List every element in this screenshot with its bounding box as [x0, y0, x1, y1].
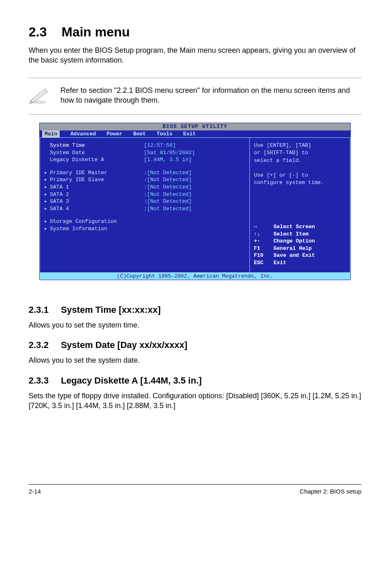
- tab-boot[interactable]: Boot: [133, 130, 146, 138]
- value-pim: :[Not Detected]: [144, 169, 192, 177]
- value-pis: :[Not Detected]: [144, 176, 192, 184]
- label-sata2: SATA 2: [50, 191, 144, 198]
- tab-exit[interactable]: Exit: [183, 130, 196, 138]
- section-number: 2.3: [29, 25, 47, 39]
- label-sata4: SATA 4: [50, 205, 144, 213]
- key-lr: ↔: [254, 223, 273, 231]
- page-footer: 2-14 Chapter 2: BIOS setup: [29, 484, 361, 495]
- label-legacy-diskette: Legacy Diskette A: [50, 156, 144, 164]
- subheading-1: 2.3.1System Time [xx:xx:xx]: [29, 305, 361, 315]
- bios-left-pane: System Time[12:57:58] System Date[Sat 01…: [40, 137, 249, 272]
- key-ud-desc: Select Item: [273, 231, 346, 238]
- triangle-icon: ▸: [44, 225, 50, 233]
- value-sata3: :[Not Detected]: [144, 198, 192, 205]
- triangle-icon: ▸: [44, 218, 50, 225]
- subheading-2: 2.3.2System Date [Day xx/xx/xxxx]: [29, 340, 361, 350]
- label-sata3: SATA 3: [50, 198, 144, 205]
- key-esc-desc: Exit: [273, 259, 346, 267]
- bios-screenshot: BIOS SETUP UTILITY MainAdvancedPowerBoot…: [39, 123, 351, 280]
- key-esc: ESC: [254, 259, 273, 267]
- key-f10-desc: Save and Exit: [273, 252, 346, 259]
- bios-key-legend: ↔Select Screen ↑↓Select Item +-Change Op…: [254, 223, 346, 266]
- key-ud: ↑↓: [254, 231, 273, 238]
- value-system-date: [Sat 01/05/2002]: [144, 149, 195, 157]
- bios-copyright: (C)Copyright 1985-2002, American Megatre…: [40, 273, 350, 280]
- row-legacy-diskette[interactable]: Legacy Diskette A[1.44M, 3.5 in]: [44, 156, 245, 164]
- sub2-title: System Date [Day xx/xx/xxxx]: [61, 340, 187, 350]
- key-pm: +-: [254, 238, 273, 245]
- bios-menu-tabs: MainAdvancedPowerBootToolsExit: [40, 130, 350, 138]
- tab-tools[interactable]: Tools: [157, 130, 173, 138]
- label-storage-config: Storage Configuration: [50, 218, 144, 225]
- section-title-text: Main menu: [61, 25, 130, 39]
- sub1-text: Allows you to set the system time.: [29, 320, 361, 330]
- row-system-time[interactable]: System Time[12:57:58]: [44, 142, 245, 149]
- tab-advanced[interactable]: Advanced: [70, 130, 96, 138]
- value-legacy-diskette: [1.44M, 3.5 in]: [144, 156, 192, 164]
- row-sata4[interactable]: ▸SATA 4:[Not Detected]: [44, 205, 245, 213]
- triangle-icon: ▸: [44, 176, 50, 184]
- note-text: Refer to section "2.2.1 BIOS menu screen…: [61, 85, 361, 105]
- intro-text: When you enter the BIOS Setup program, t…: [29, 45, 361, 65]
- sub1-title: System Time [xx:xx:xx]: [61, 305, 161, 315]
- label-system-info: System Information: [50, 225, 144, 233]
- sub3-text: Sets the type of floppy drive installed.…: [29, 391, 361, 411]
- row-sata2[interactable]: ▸SATA 2:[Not Detected]: [44, 191, 245, 198]
- row-system-info[interactable]: ▸System Information: [44, 225, 245, 233]
- triangle-icon: ▸: [44, 184, 50, 191]
- row-sata3[interactable]: ▸SATA 3:[Not Detected]: [44, 198, 245, 205]
- key-f10: F10: [254, 252, 273, 259]
- bios-help-pane: Use [ENTER], [TAB] or [SHIFT-TAB] to sel…: [249, 137, 350, 272]
- row-sata1[interactable]: ▸SATA 1:[Not Detected]: [44, 184, 245, 191]
- triangle-icon: ▸: [44, 205, 50, 213]
- sub3-number: 2.3.3: [29, 375, 49, 386]
- subheading-3: 2.3.3Legacy Diskette A [1.44M, 3.5 in.]: [29, 375, 361, 386]
- row-primary-ide-master[interactable]: ▸Primary IDE Master:[Not Detected]: [44, 169, 245, 177]
- label-system-time: System Time: [50, 142, 144, 149]
- sub2-number: 2.3.2: [29, 340, 49, 350]
- tab-power[interactable]: Power: [107, 130, 123, 138]
- key-f1: F1: [254, 245, 273, 252]
- label-sata1: SATA 1: [50, 184, 144, 191]
- sub3-title: Legacy Diskette A [1.44M, 3.5 in.]: [61, 375, 202, 386]
- sub2-text: Allows you to set the system date.: [29, 355, 361, 365]
- key-lr-desc: Select Screen: [273, 223, 346, 231]
- tab-main[interactable]: Main: [42, 130, 60, 138]
- section-heading: 2.3Main menu: [29, 25, 361, 40]
- row-primary-ide-slave[interactable]: ▸Primary IDE Slave:[Not Detected]: [44, 176, 245, 184]
- value-sata2: :[Not Detected]: [144, 191, 192, 198]
- footer-chapter: Chapter 2: BIOS setup: [300, 488, 361, 495]
- help-select-field: Use [ENTER], [TAB] or [SHIFT-TAB] to sel…: [254, 142, 346, 164]
- row-system-date[interactable]: System Date[Sat 01/05/2002]: [44, 149, 245, 157]
- value-sata1: :[Not Detected]: [144, 184, 192, 191]
- note-callout: Refer to section "2.2.1 BIOS menu screen…: [29, 78, 361, 115]
- triangle-icon: ▸: [44, 169, 50, 177]
- sub1-number: 2.3.1: [29, 305, 49, 315]
- label-pis: Primary IDE Slave: [50, 176, 144, 184]
- footer-page-number: 2-14: [29, 488, 41, 495]
- label-system-date: System Date: [50, 149, 144, 157]
- svg-marker-1: [31, 89, 47, 103]
- triangle-icon: ▸: [44, 191, 50, 198]
- pencil-icon: [29, 86, 49, 104]
- key-pm-desc: Change Option: [273, 238, 346, 245]
- key-f1-desc: General Help: [273, 245, 346, 252]
- triangle-icon: ▸: [44, 198, 50, 205]
- bios-title: BIOS SETUP UTILITY: [40, 123, 350, 130]
- label-pim: Primary IDE Master: [50, 169, 144, 177]
- help-configure: Use [+] or [-] to configure system time.: [254, 172, 346, 186]
- row-storage-config[interactable]: ▸Storage Configuration: [44, 218, 245, 225]
- value-sata4: :[Not Detected]: [144, 205, 192, 213]
- value-system-time: [12:57:58]: [144, 142, 176, 149]
